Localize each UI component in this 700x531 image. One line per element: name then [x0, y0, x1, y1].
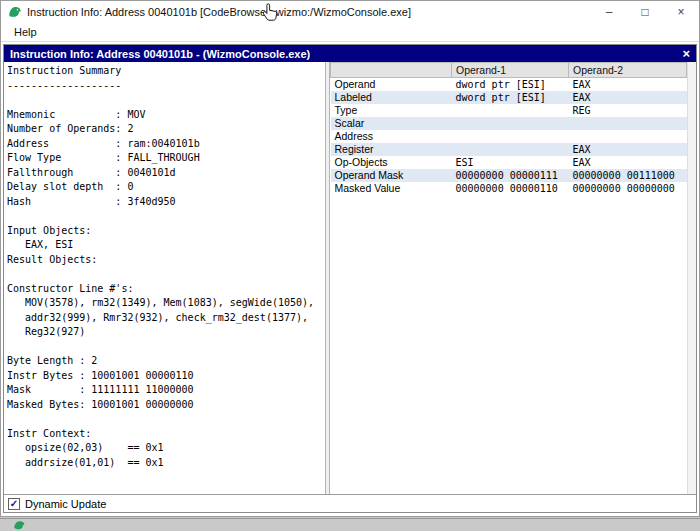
row-label: Masked Value — [331, 182, 452, 195]
table-row[interactable]: Address — [331, 130, 687, 143]
summary-line: Byte Length : 2 — [7, 355, 322, 370]
summary-line: Instruction Summary — [7, 65, 322, 80]
table-row[interactable]: Op-ObjectsESIEAX — [331, 156, 687, 169]
ghidra-app-icon — [8, 5, 22, 19]
summary-line: Masked Bytes: 10001001 00000000 — [7, 399, 322, 414]
row-value — [452, 130, 569, 143]
row-label: Op-Objects — [331, 156, 452, 169]
column-header-operand2[interactable]: Operand-2 — [569, 63, 687, 78]
table-row[interactable]: Scalar — [331, 117, 687, 130]
row-label: Type — [331, 104, 452, 117]
row-value: 00000000 00000110 — [452, 182, 569, 195]
row-label: Scalar — [331, 117, 452, 130]
row-value: 00000000 00000111 — [452, 169, 569, 182]
row-label: Address — [331, 130, 452, 143]
column-header-operand1[interactable]: Operand-1 — [452, 63, 569, 78]
dynamic-update-label: Dynamic Update — [25, 498, 106, 510]
operand-info-panel: Operand-1 Operand-2 Operanddword ptr [ES… — [330, 62, 696, 494]
summary-line: opsize(02,03) == 0x1 — [7, 442, 322, 457]
summary-line: Constructor Line #'s: — [7, 283, 322, 298]
summary-line — [7, 94, 322, 109]
row-value: EAX — [569, 78, 687, 91]
row-value — [452, 104, 569, 117]
row-label: Operand — [331, 78, 452, 91]
row-label: Labeled — [331, 91, 452, 104]
summary-line: Reg32(927) — [7, 326, 322, 341]
table-header-row: Operand-1 Operand-2 — [331, 63, 687, 78]
row-value: dword ptr [ESI] — [452, 78, 569, 91]
table-row[interactable]: Operand Mask00000000 0000011100000000 00… — [331, 169, 687, 182]
summary-line: EAX, ESI — [7, 239, 322, 254]
table-row[interactable]: TypeREG — [331, 104, 687, 117]
dialog-close-icon[interactable]: × — [682, 47, 690, 60]
summary-line — [7, 413, 322, 428]
column-header-blank[interactable] — [331, 63, 452, 78]
row-value: 00000000 00111000 — [569, 169, 687, 182]
check-icon: ✓ — [10, 499, 18, 509]
summary-line: MOV(3578), rm32(1349), Mem(1083), segWid… — [7, 297, 322, 312]
summary-line: addr32(999), Rmr32(932), check_rm32_dest… — [7, 312, 322, 327]
dynamic-update-checkbox[interactable]: ✓ — [8, 498, 20, 510]
row-value — [452, 117, 569, 130]
summary-line: Hash : 3f40d950 — [7, 196, 322, 211]
operand-table: Operand-1 Operand-2 Operanddword ptr [ES… — [330, 62, 687, 195]
table-row[interactable]: Masked Value00000000 0000011000000000 00… — [331, 182, 687, 195]
summary-line — [7, 268, 322, 283]
row-value: EAX — [569, 91, 687, 104]
window-titlebar[interactable]: Instruction Info: Address 0040101b [Code… — [1, 1, 699, 23]
summary-line: Fallthrough : 0040101d — [7, 167, 322, 182]
row-value: ESI — [452, 156, 569, 169]
vertical-scrollbar[interactable] — [687, 62, 696, 494]
summary-line — [7, 210, 322, 225]
summary-line: Address : ram:0040101b — [7, 138, 322, 153]
instruction-summary-panel[interactable]: Instruction Summary-------------------Mn… — [4, 62, 326, 494]
close-button-icon[interactable]: × — [663, 1, 699, 23]
summary-line: Delay slot depth : 0 — [7, 181, 322, 196]
table-row[interactable]: Operanddword ptr [ESI]EAX — [331, 78, 687, 91]
maximize-button-icon[interactable]: □ — [627, 1, 663, 23]
instruction-summary: Instruction Summary-------------------Mn… — [7, 65, 322, 471]
window-title: Instruction Info: Address 0040101b [Code… — [27, 6, 411, 18]
instruction-info-dialog: Instruction Info: Address 0040101b - (Wi… — [3, 44, 697, 513]
row-value — [569, 130, 687, 143]
app-window: Instruction Info: Address 0040101b [Code… — [0, 0, 700, 517]
row-value: 00000000 00000000 — [569, 182, 687, 195]
summary-line: Mask : 11111111 11000000 — [7, 384, 322, 399]
summary-line — [7, 341, 322, 356]
row-label: Register — [331, 143, 452, 156]
summary-line: Result Objects: — [7, 254, 322, 269]
menu-item-help[interactable]: Help — [9, 25, 42, 39]
row-value: REG — [569, 104, 687, 117]
dialog-titlebar[interactable]: Instruction Info: Address 0040101b - (Wi… — [4, 45, 696, 62]
row-value — [569, 117, 687, 130]
summary-line: Flow Type : FALL_THROUGH — [7, 152, 322, 167]
row-value: EAX — [569, 156, 687, 169]
dialog-title: Instruction Info: Address 0040101b - (Wi… — [10, 48, 310, 60]
summary-line: Number of Operands: 2 — [7, 123, 322, 138]
window-controls: – □ × — [591, 1, 699, 23]
row-label: Operand Mask — [331, 169, 452, 182]
table-row[interactable]: RegisterEAX — [331, 143, 687, 156]
table-row[interactable]: Labeleddword ptr [ESI]EAX — [331, 91, 687, 104]
summary-line: Input Objects: — [7, 225, 322, 240]
row-value: dword ptr [ESI] — [452, 91, 569, 104]
summary-line: Instr Context: — [7, 428, 322, 443]
summary-line: Mnemonic : MOV — [7, 109, 322, 124]
minimize-button-icon[interactable]: – — [591, 1, 627, 23]
dialog-content: Instruction Summary-------------------Mn… — [4, 62, 696, 494]
taskbar[interactable] — [0, 518, 700, 531]
dialog-footer: ✓ Dynamic Update — [4, 494, 696, 512]
summary-line: ------------------- — [7, 80, 322, 95]
menu-bar: Help — [1, 23, 699, 42]
summary-line: addrsize(01,01) == 0x1 — [7, 457, 322, 472]
summary-line: Instr Bytes : 10001001 00000110 — [7, 370, 322, 385]
operand-table-body: Operanddword ptr [ESI]EAXLabeleddword pt… — [331, 78, 687, 195]
row-value — [452, 143, 569, 156]
row-value: EAX — [569, 143, 687, 156]
taskbar-app-icon[interactable] — [13, 519, 27, 531]
